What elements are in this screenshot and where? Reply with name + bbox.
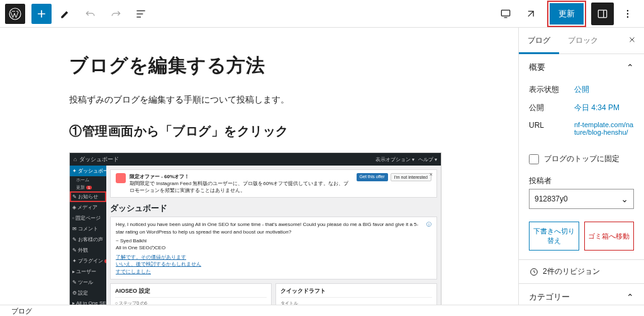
nested-col2-lbl1: タイトル xyxy=(280,300,432,305)
nested-adminbar: ⌂ダッシュボード 表示オプション ▾ ヘルプ ▾ xyxy=(70,153,441,166)
nested-nav-oshirase-highlighted: ✎お知らせ xyxy=(70,191,106,202)
nested-panel-sig1: ~ Syed Balkhi xyxy=(116,237,431,244)
sidebar-toggle-button[interactable] xyxy=(591,3,614,25)
nested-help: ヘルプ ▾ xyxy=(418,156,437,163)
undo-button[interactable] xyxy=(79,3,102,25)
preview-external-button[interactable] xyxy=(519,3,542,25)
close-icon: × xyxy=(430,171,433,178)
nested-panel-link1: 了解です。その価値があります xyxy=(116,254,186,260)
nested-aioseo-review: ⓘ Hey, I noticed you have been using All… xyxy=(110,217,437,279)
tab-block[interactable]: ブロック xyxy=(559,28,607,54)
heading-block[interactable]: ①管理画面から「ブログ」をクリック xyxy=(69,123,459,140)
nested-dashboard-heading: ダッシュボード xyxy=(110,203,437,214)
desktop-icon xyxy=(499,8,512,20)
redo-icon xyxy=(109,8,122,20)
nested-bar-title: ダッシュボード xyxy=(79,155,119,164)
author-label: 投稿者 xyxy=(519,169,644,189)
edit-mode-button[interactable] xyxy=(54,3,77,25)
nested-nav-dashboard: ✦ダッシュボード xyxy=(70,166,106,176)
panel-icon xyxy=(596,8,609,20)
sticky-label: ブログのトップに固定 xyxy=(544,154,619,164)
post-title[interactable]: ブログを編集する方法 xyxy=(69,53,459,79)
revisions-text: 2件のリビジョン xyxy=(543,266,600,277)
update-button[interactable]: 更新 xyxy=(550,3,584,25)
nested-nav-tools: ✎ツール xyxy=(70,277,106,288)
nested-panel-link2: いいえ、後で検討するかもしれません xyxy=(116,261,201,267)
view-button[interactable] xyxy=(494,3,517,25)
nested-aioseo-settings: AIOSEO 設定 ○ ステップ0 の6 You're almost there… xyxy=(110,283,272,305)
close-sidebar-button[interactable] xyxy=(620,28,644,54)
wordpress-icon xyxy=(9,8,21,20)
svg-point-3 xyxy=(627,9,629,11)
category-section-header[interactable]: カテゴリー ⌃ xyxy=(519,284,644,305)
url-label: URL xyxy=(529,121,574,136)
nested-notice-offer: 限定オファー - 60%オフ！ 期間限定で Instagram Feed 無料版… xyxy=(110,169,437,198)
svg-rect-1 xyxy=(501,10,509,16)
chevron-down-icon: ⌃ xyxy=(621,194,628,204)
status-value-link[interactable]: 公開 xyxy=(574,84,634,95)
info-icon: ⓘ xyxy=(426,221,431,228)
tab-post[interactable]: ブログ xyxy=(519,28,559,54)
top-toolbar: 更新 xyxy=(0,0,644,28)
publish-label: 公開 xyxy=(529,103,574,113)
undo-icon xyxy=(84,8,97,20)
dots-vertical-icon xyxy=(621,8,634,20)
settings-sidebar: ブログ ブロック 概要 ⌃ 表示状態 公開 公開 今日 4:34 PM xyxy=(518,28,644,305)
move-to-trash-button[interactable]: ゴミ箱へ移動 xyxy=(584,222,635,251)
chevron-up-icon: ⌃ xyxy=(626,62,634,72)
svg-point-5 xyxy=(627,16,629,18)
nested-col1-title: AIOSEO 設定 xyxy=(115,287,267,298)
nested-quick-draft: クイックドラフト タイトル コンテンツ xyxy=(275,283,437,305)
sticky-checkbox[interactable] xyxy=(529,154,539,164)
wp-logo[interactable] xyxy=(5,4,25,24)
nested-nav-media: ◈メディア xyxy=(70,202,106,213)
list-icon xyxy=(135,8,147,20)
nested-notice-dismiss: I'm not interested xyxy=(391,173,431,181)
paragraph-block[interactable]: 投稿ずみのブログを編集する手順について投稿します。 xyxy=(69,93,459,106)
sidebar-tabs: ブログ ブロック xyxy=(519,28,644,54)
nested-display-options: 表示オプション ▾ xyxy=(375,156,414,163)
nested-nav-update: 更新 1 xyxy=(70,184,106,191)
nested-col1-step: ○ ステップ0 の6 xyxy=(115,300,267,305)
nested-nav-aioseo: ▸All in One SEO xyxy=(70,298,106,305)
nested-nav-users: ▸ユーザー xyxy=(70,266,106,277)
nested-nav-comments: ✉コメント xyxy=(70,223,106,234)
summary-section-header[interactable]: 概要 ⌃ xyxy=(519,54,644,81)
chevron-up-icon: ⌃ xyxy=(626,292,634,302)
block-breadcrumb[interactable]: ブログ xyxy=(0,305,644,316)
author-select[interactable]: 912837y0 ⌃ xyxy=(529,189,634,209)
pencil-icon xyxy=(59,8,72,20)
redo-button[interactable] xyxy=(104,3,127,25)
nested-panel-link3: すでにしました xyxy=(116,269,151,274)
instagram-badge-icon xyxy=(116,173,126,183)
switch-to-draft-button[interactable]: 下書きへ切り替え xyxy=(529,222,579,251)
more-menu-button[interactable] xyxy=(616,3,639,25)
author-value: 912837y0 xyxy=(535,195,568,203)
nested-nav-settings: ⚙設定 xyxy=(70,288,106,298)
revisions-link[interactable]: 2件のリビジョン xyxy=(519,260,644,284)
nested-nav-home: ホーム xyxy=(70,176,106,184)
editor-canvas[interactable]: ブログを編集する方法 投稿ずみのブログを編集する手順について投稿します。 ①管理… xyxy=(0,28,518,305)
url-value-link[interactable]: nf-template.com/nature/blog-henshu/ xyxy=(574,121,634,136)
image-block-nested-screenshot[interactable]: ⌂ダッシュボード 表示オプション ▾ ヘルプ ▾ ✦ダッシュボード ホーム 更新… xyxy=(69,152,441,305)
nested-notice-title: 限定オファー - 60%オフ！ xyxy=(130,173,353,180)
history-icon xyxy=(529,267,539,277)
nested-notice-text: 期間限定で Instagram Feed 無料版のユーザーに、プロ版を60%オフ… xyxy=(130,180,353,194)
add-block-button[interactable] xyxy=(31,4,52,24)
nested-nav-plugins: ✦プラグイン 1 xyxy=(70,256,106,266)
nested-nav-appearance: ✎外観 xyxy=(70,245,106,256)
nested-notice-cta: Get this offer xyxy=(357,173,388,181)
status-label: 表示状態 xyxy=(529,84,574,95)
publish-value-link[interactable]: 今日 4:34 PM xyxy=(574,103,634,113)
plus-icon xyxy=(35,8,48,20)
category-label: カテゴリー xyxy=(529,291,570,303)
breadcrumb-item: ブログ xyxy=(11,307,32,315)
list-view-button[interactable] xyxy=(130,3,152,25)
nested-sidebar: ✦ダッシュボード ホーム 更新 1 ✎お知らせ ◈メディア ▫固定ページ ✉コメ… xyxy=(70,166,106,305)
nested-nav-pages: ▫固定ページ xyxy=(70,213,106,223)
close-icon xyxy=(628,35,636,44)
summary-label: 概要 xyxy=(529,62,545,73)
update-highlight-annotation: 更新 xyxy=(547,1,586,27)
svg-point-4 xyxy=(627,13,629,14)
external-link-icon xyxy=(525,8,537,20)
